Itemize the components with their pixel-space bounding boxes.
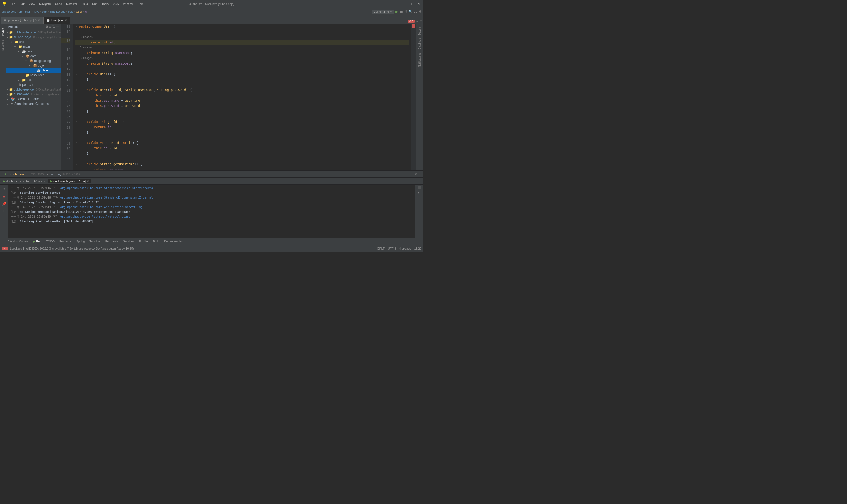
fold-btn-34[interactable]: ▾ [75, 161, 79, 167]
menu-build[interactable]: Build [80, 2, 90, 6]
breadcrumb-src[interactable]: src [19, 10, 23, 13]
menu-navigate[interactable]: Navigate [37, 2, 52, 6]
run-tree-toggle2[interactable]: ▸ [47, 173, 49, 176]
tree-toggle[interactable]: ▸ [7, 103, 10, 105]
status-tab-dependencies[interactable]: Dependencies [162, 239, 185, 244]
tree-toggle[interactable]: ▾ [29, 64, 32, 67]
console-close-btn[interactable]: — [419, 172, 422, 176]
status-tab-vc[interactable]: ⎇ Version Control [2, 239, 31, 244]
status-tab-spring[interactable]: Spring [74, 239, 87, 244]
code-editor[interactable]: ▾ public class User { 3 usages private i… [73, 24, 411, 170]
toolbar-extras[interactable]: ⚙ [404, 10, 407, 14]
run-tree-toggle[interactable]: ▸ [10, 173, 11, 176]
status-tab-services[interactable]: Services [121, 239, 136, 244]
tree-item-java[interactable]: ▾ ☕ java [6, 49, 61, 54]
menu-run[interactable]: Run [90, 2, 99, 6]
tab-pom-close[interactable]: ✕ [38, 19, 40, 22]
minimize-button[interactable]: — [403, 1, 409, 6]
status-tab-todo[interactable]: TODO [44, 239, 57, 244]
menu-file[interactable]: File [9, 2, 17, 6]
tree-item-external-libraries[interactable]: ▸ 📚 External Libraries [6, 96, 61, 102]
notifications-panel-btn[interactable]: Notifications [418, 52, 422, 68]
fold-btn[interactable]: ▾ [75, 24, 79, 29]
tree-toggle[interactable]: ▸ [7, 31, 8, 34]
maven-panel-btn[interactable]: Maven [418, 26, 422, 36]
console-scroll-btn[interactable]: ⬇ [1, 208, 7, 214]
scroll-up-btn[interactable]: ▲ [416, 20, 418, 23]
menu-vcs[interactable]: VCS [111, 2, 121, 6]
console-gear-btn[interactable]: ⚙ [415, 172, 418, 176]
warning-indicator[interactable]: ⚠ 9 [2, 247, 8, 250]
menu-code[interactable]: Code [53, 2, 64, 6]
run-tab-service-close[interactable]: ✕ [43, 180, 46, 183]
tree-toggle[interactable]: ▾ [22, 55, 25, 58]
breadcrumb-field[interactable]: id [85, 10, 87, 13]
line-endings[interactable]: CRLF [377, 247, 385, 250]
current-file-selector[interactable]: Current File ▼ [372, 10, 394, 14]
menu-edit[interactable]: Edit [18, 2, 26, 6]
tree-toggle[interactable]: ▾ [14, 45, 17, 48]
sidebar-collapse-icon[interactable]: ≡ [49, 25, 51, 29]
stop-button[interactable]: ⏹ [399, 10, 403, 14]
tree-toggle[interactable]: ▾ [25, 59, 29, 62]
run-restart-btn[interactable]: ↺ [2, 171, 8, 177]
fold-btn-26[interactable]: ▾ [75, 119, 79, 124]
search-button[interactable]: 🔍 [409, 10, 413, 14]
fold-btn-20[interactable]: ▾ [75, 87, 79, 93]
tree-item-pojo[interactable]: ▾ 📦 pojo [6, 63, 61, 68]
left-tab-structure[interactable]: Structure [1, 38, 5, 52]
breadcrumb-project[interactable]: dubbo-pojo [2, 10, 16, 13]
database-panel-btn[interactable]: Database [418, 37, 422, 51]
editor-content[interactable]: 11 12 13 14 15 16 17 18 19 20 21 22 23 [61, 24, 416, 170]
tree-item-com[interactable]: ▾ 📦 com [6, 54, 61, 58]
sidebar-sort-icon[interactable]: ⇅ [52, 25, 55, 29]
tree-item-resources[interactable]: 📁 resources [6, 73, 61, 77]
tree-item-main[interactable]: ▾ 📁 main [6, 44, 61, 49]
git-button[interactable]: ⎇ [414, 10, 418, 14]
tree-item-pom[interactable]: 🗎 pom.xml [6, 82, 61, 87]
status-tab-terminal[interactable]: Terminal [87, 239, 103, 244]
status-tab-profiler[interactable]: Profiler [137, 239, 150, 244]
tree-toggle[interactable]: ▸ [7, 98, 10, 101]
tree-toggle[interactable]: ▾ [18, 50, 21, 53]
console-restart-btn[interactable]: ↺ [1, 186, 7, 192]
maximize-button[interactable]: □ [410, 1, 415, 6]
tree-toggle[interactable]: ▸ [18, 78, 21, 82]
console-wrap-btn[interactable]: ↵ [418, 191, 421, 195]
tree-toggle[interactable]: ▸ [7, 93, 8, 96]
sidebar-close-icon[interactable]: — [56, 25, 59, 29]
console-pin-btn[interactable]: 📌 [1, 201, 7, 207]
menu-window[interactable]: Window [121, 2, 135, 6]
tree-item-user[interactable]: ☕ User [6, 68, 61, 73]
settings-button[interactable]: ⚙ [419, 10, 422, 14]
console-layout-btn[interactable]: ☰ [418, 186, 421, 190]
tree-toggle[interactable]: ▾ [7, 36, 8, 39]
tree-item-scratches[interactable]: ▸ ✂ Scratches and Consoles [6, 102, 61, 106]
tree-item-dubbo-pojo[interactable]: ▾ 📁 dubbo-pojo D:\DingJiaxiong\IdeaProje… [6, 35, 61, 39]
sidebar-settings-icon[interactable]: ⚙ [45, 25, 48, 29]
tab-user-close[interactable]: ✕ [65, 19, 67, 22]
menu-tools[interactable]: Tools [100, 2, 110, 6]
status-tab-build[interactable]: Build [151, 239, 161, 244]
breadcrumb-java[interactable]: java [34, 10, 39, 13]
tree-item-src[interactable]: ▾ 📁 src [6, 39, 61, 44]
console-output[interactable]: 十一月 14, 2022 12:59:46 下午 org.apache.cata… [8, 185, 415, 238]
breadcrumb-main[interactable]: main [25, 10, 32, 13]
console-stop-btn[interactable]: ■ [1, 193, 7, 200]
menu-help[interactable]: Help [136, 2, 146, 6]
status-tab-endpoints[interactable]: Endpoints [103, 239, 121, 244]
close-button[interactable]: ✕ [416, 1, 421, 6]
tab-user-java[interactable]: ☕ User.java ✕ [43, 17, 70, 23]
status-tab-problems[interactable]: Problems [57, 239, 74, 244]
breadcrumb-com[interactable]: com [42, 10, 48, 13]
run-button[interactable]: ▶ [395, 10, 398, 14]
menu-view[interactable]: View [27, 2, 37, 6]
right-gutter[interactable] [411, 24, 416, 170]
tree-item-test[interactable]: ▸ 📁 test [6, 77, 61, 82]
menu-refactor[interactable]: Refactor [64, 2, 79, 6]
breadcrumb-pojo[interactable]: pojo [68, 10, 74, 13]
tab-pom[interactable]: 🗎 pom.xml (dubbo-pojo) ✕ [1, 17, 43, 23]
tree-item-dingjiaxiong[interactable]: ▾ 📦 dingjiaxiong [6, 58, 61, 63]
run-tab-web-close[interactable]: ✕ [87, 180, 89, 183]
fold-btn-17[interactable]: ▾ [75, 71, 79, 77]
